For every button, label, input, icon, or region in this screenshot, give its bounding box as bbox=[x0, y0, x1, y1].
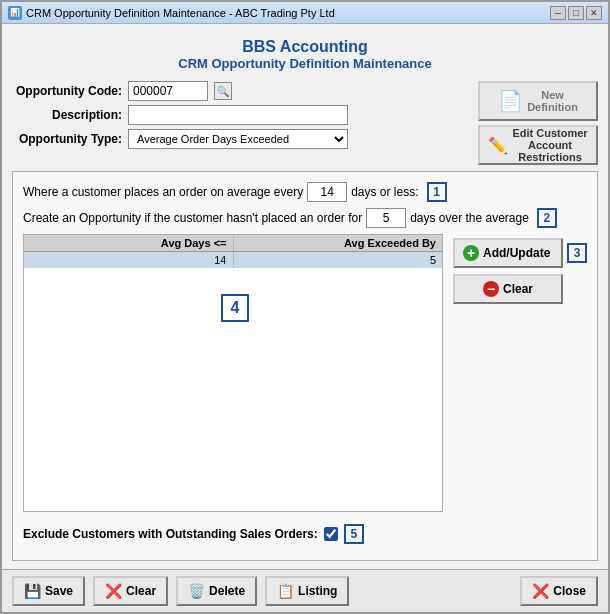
main-content: BBS Accounting CRM Opportunity Definitio… bbox=[2, 24, 608, 569]
new-definition-button[interactable]: 📄 New Definition bbox=[478, 81, 598, 121]
edit-cust-label: Edit Customer Account Restrictions bbox=[512, 127, 588, 163]
add-update-button[interactable]: + Add/Update bbox=[453, 238, 563, 268]
save-button[interactable]: 💾 Save bbox=[12, 576, 85, 606]
desc-label: Description: bbox=[12, 108, 122, 122]
badge-4: 4 bbox=[221, 294, 249, 322]
search-button[interactable]: 🔍 bbox=[214, 82, 232, 100]
avg-days-input[interactable] bbox=[307, 182, 347, 202]
table-row[interactable]: 14 5 bbox=[24, 252, 442, 268]
close-button[interactable]: ✕ bbox=[586, 6, 602, 20]
edit-customer-button[interactable]: ✏️ Edit Customer Account Restrictions bbox=[478, 125, 598, 165]
close-label: Close bbox=[553, 584, 586, 598]
clear-button[interactable]: − Clear bbox=[453, 274, 563, 304]
exceeded-days-input[interactable] bbox=[366, 208, 406, 228]
right-buttons: 📄 New Definition ✏️ Edit Customer Accoun… bbox=[478, 81, 598, 165]
data-table: Avg Days <= Avg Exceeded By 14 5 4 bbox=[23, 234, 443, 512]
badge-3: 3 bbox=[567, 243, 587, 263]
badge-4-area: 4 bbox=[24, 268, 442, 348]
opp-type-row: Opportunity Type: Average Order Days Exc… bbox=[12, 129, 470, 149]
listing-label: Listing bbox=[298, 584, 337, 598]
header-section: BBS Accounting CRM Opportunity Definitio… bbox=[12, 32, 598, 75]
close-footer-button[interactable]: ❌ Close bbox=[520, 576, 598, 606]
opp-code-input[interactable] bbox=[128, 81, 208, 101]
side-buttons: + Add/Update 3 − Clear bbox=[453, 234, 587, 512]
listing-button[interactable]: 📋 Listing bbox=[265, 576, 349, 606]
app-icon: 📊 bbox=[8, 6, 22, 20]
delete-button[interactable]: 🗑️ Delete bbox=[176, 576, 257, 606]
window-title: CRM Opportunity Definition Maintenance -… bbox=[26, 7, 335, 19]
opp-code-row: Opportunity Code: 🔍 bbox=[12, 81, 470, 101]
condition-row-1: Where a customer places an order on aver… bbox=[23, 182, 587, 202]
condition-2-prefix: Create an Opportunity if the customer ha… bbox=[23, 211, 362, 225]
new-def-label: New Definition bbox=[527, 89, 578, 113]
exclude-label: Exclude Customers with Outstanding Sales… bbox=[23, 527, 318, 541]
maximize-button[interactable]: □ bbox=[568, 6, 584, 20]
page-subtitle: CRM Opportunity Definition Maintenance bbox=[12, 56, 598, 71]
add-update-label: Add/Update bbox=[483, 246, 550, 260]
top-row: Opportunity Code: 🔍 Description: Opportu… bbox=[12, 81, 598, 165]
condition-1-prefix: Where a customer places an order on aver… bbox=[23, 185, 303, 199]
app-title: BBS Accounting bbox=[12, 38, 598, 56]
new-def-line1: New bbox=[541, 89, 564, 101]
clear-icon: ❌ bbox=[105, 583, 122, 599]
opp-type-select[interactable]: Average Order Days Exceeded bbox=[128, 129, 348, 149]
add-update-row: + Add/Update 3 bbox=[453, 238, 587, 268]
main-panel: Where a customer places an order on aver… bbox=[12, 171, 598, 561]
condition-2-suffix: days over the average bbox=[410, 211, 529, 225]
new-def-icon: 📄 bbox=[498, 89, 523, 113]
exclude-checkbox[interactable] bbox=[324, 527, 338, 541]
minus-icon: − bbox=[483, 281, 499, 297]
badge-1: 1 bbox=[427, 182, 447, 202]
main-window: 📊 CRM Opportunity Definition Maintenance… bbox=[0, 0, 610, 614]
title-bar: 📊 CRM Opportunity Definition Maintenance… bbox=[2, 2, 608, 24]
new-def-line2: Definition bbox=[527, 101, 578, 113]
condition-row-2: Create an Opportunity if the customer ha… bbox=[23, 208, 587, 228]
condition-1-suffix: days or less: bbox=[351, 185, 418, 199]
exclude-row: Exclude Customers with Outstanding Sales… bbox=[23, 518, 587, 550]
opp-type-label: Opportunity Type: bbox=[12, 132, 122, 146]
close-icon: ❌ bbox=[532, 583, 549, 599]
footer-bar: 💾 Save ❌ Clear 🗑️ Delete 📋 Listing ❌ Clo… bbox=[2, 569, 608, 612]
clear-label: Clear bbox=[503, 282, 533, 296]
plus-icon: + bbox=[463, 245, 479, 261]
listing-icon: 📋 bbox=[277, 583, 294, 599]
badge-2: 2 bbox=[537, 208, 557, 228]
edit-icon: ✏️ bbox=[488, 136, 508, 155]
cell-avg-exceeded: 5 bbox=[234, 252, 443, 268]
col-avg-days: Avg Days <= bbox=[24, 235, 234, 251]
minimize-button[interactable]: ─ bbox=[550, 6, 566, 20]
title-bar-left: 📊 CRM Opportunity Definition Maintenance… bbox=[8, 6, 335, 20]
edit-cust-line2: Account Restrictions bbox=[518, 139, 582, 163]
table-and-buttons: Avg Days <= Avg Exceeded By 14 5 4 bbox=[23, 234, 587, 512]
save-icon: 💾 bbox=[24, 583, 41, 599]
cell-avg-days: 14 bbox=[24, 252, 234, 268]
delete-label: Delete bbox=[209, 584, 245, 598]
footer-clear-label: Clear bbox=[126, 584, 156, 598]
fields-section: Opportunity Code: 🔍 Description: Opportu… bbox=[12, 81, 470, 149]
window-controls: ─ □ ✕ bbox=[550, 6, 602, 20]
footer-clear-button[interactable]: ❌ Clear bbox=[93, 576, 168, 606]
badge-5: 5 bbox=[344, 524, 364, 544]
opp-code-label: Opportunity Code: bbox=[12, 84, 122, 98]
desc-input[interactable] bbox=[128, 105, 348, 125]
table-header: Avg Days <= Avg Exceeded By bbox=[24, 235, 442, 252]
delete-icon: 🗑️ bbox=[188, 583, 205, 599]
save-label: Save bbox=[45, 584, 73, 598]
desc-row: Description: bbox=[12, 105, 470, 125]
col-avg-exceeded: Avg Exceeded By bbox=[234, 235, 443, 251]
edit-cust-line1: Edit Customer bbox=[512, 127, 587, 139]
